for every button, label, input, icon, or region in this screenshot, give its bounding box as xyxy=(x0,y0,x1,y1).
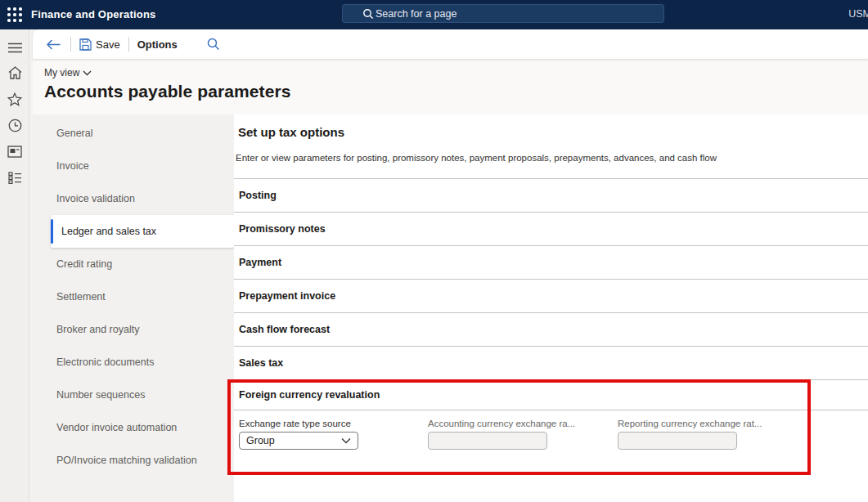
fasttab-prepayment-invoice[interactable]: Prepayment invoice xyxy=(234,279,868,312)
fasttab-payment[interactable]: Payment xyxy=(234,245,868,279)
main-panel: Set up tax options Enter or view paramet… xyxy=(234,114,868,502)
content-area: General Invoice Invoice validation Ledge… xyxy=(33,114,868,502)
options-button[interactable]: Options xyxy=(129,29,186,59)
global-search-placeholder: Search for a page xyxy=(376,8,456,20)
options-label: Options xyxy=(137,38,178,51)
search-icon xyxy=(207,38,220,51)
toc-item-vendor-invoice-automation[interactable]: Vendor invoice automation xyxy=(33,411,234,444)
field-label: Reporting currency exchange rat... xyxy=(618,419,762,428)
field-accounting-currency-exchange-rate: Accounting currency exchange ra... xyxy=(428,419,575,450)
search-icon xyxy=(362,8,374,20)
fasttab-sales-tax[interactable]: Sales tax xyxy=(234,346,868,379)
dropdown-value: Group xyxy=(246,435,275,446)
toc-item-general[interactable]: General xyxy=(33,117,234,150)
toc-nav: General Invoice Invoice validation Ledge… xyxy=(33,114,234,502)
field-label: Exchange rate type source xyxy=(239,419,358,428)
workspace-window-icon[interactable] xyxy=(0,141,29,162)
accounting-currency-exchange-rate-input xyxy=(428,432,547,450)
page-title: Accounts payable parameters xyxy=(44,82,868,101)
back-arrow-icon xyxy=(46,39,61,50)
chevron-down-icon xyxy=(341,437,351,444)
field-exchange-rate-type-source: Exchange rate type source Group xyxy=(239,419,358,450)
app-title: Finance and Operations xyxy=(31,8,156,20)
company-selector[interactable]: USM xyxy=(848,8,868,20)
global-search-input[interactable]: Search for a page xyxy=(342,4,664,23)
section-description: Enter or view parameters for posting, pr… xyxy=(236,153,717,163)
view-selector-label: My view xyxy=(44,67,79,78)
fasttab-foreign-currency-revaluation-header[interactable]: Foreign currency revaluation xyxy=(234,379,868,410)
app-launcher-waffle-icon[interactable] xyxy=(7,7,22,22)
toc-item-broker-and-royalty[interactable]: Broker and royalty xyxy=(33,313,234,346)
toc-item-number-sequences[interactable]: Number sequences xyxy=(33,379,234,411)
reporting-currency-exchange-rate-input xyxy=(618,432,737,450)
recent-clock-icon[interactable] xyxy=(0,114,29,136)
menu-icon[interactable] xyxy=(0,37,29,58)
toc-item-credit-rating[interactable]: Credit rating xyxy=(33,248,234,280)
section-heading: Set up tax options xyxy=(238,125,344,139)
back-button[interactable] xyxy=(33,29,70,59)
fasttab-cash-flow-forecast[interactable]: Cash flow forecast xyxy=(234,312,868,346)
toc-item-po-invoice-matching-validation[interactable]: PO/Invoice matching validation xyxy=(33,444,234,477)
foreign-currency-fields: Exchange rate type source Group Accounti… xyxy=(234,410,868,476)
page-shell: Save Options My view Accounts payable pa… xyxy=(29,29,868,502)
field-label: Accounting currency exchange ra... xyxy=(428,419,575,428)
page-header: My view Accounts payable parameters xyxy=(33,59,868,114)
modules-list-icon[interactable] xyxy=(0,167,29,188)
favorites-star-icon[interactable] xyxy=(0,88,29,110)
view-selector-dropdown[interactable]: My view xyxy=(44,67,92,78)
fasttab-list: Posting Promissory notes Payment Prepaym… xyxy=(234,178,868,379)
field-reporting-currency-exchange-rate: Reporting currency exchange rat... xyxy=(618,419,762,450)
toc-item-invoice[interactable]: Invoice xyxy=(33,150,234,182)
fasttab-foreign-currency-revaluation: Foreign currency revaluation Exchange ra… xyxy=(234,379,868,476)
left-icon-rail xyxy=(0,29,29,502)
toc-item-ledger-and-sales-tax[interactable]: Ledger and sales tax xyxy=(51,215,234,248)
toolbar-search-button[interactable] xyxy=(199,29,228,59)
toc-item-electronic-documents[interactable]: Electronic documents xyxy=(33,346,234,379)
fasttab-promissory-notes[interactable]: Promissory notes xyxy=(234,212,868,245)
fasttab-posting[interactable]: Posting xyxy=(234,178,868,212)
home-icon[interactable] xyxy=(0,62,29,83)
save-floppy-icon xyxy=(79,38,92,51)
action-pane-toolbar: Save Options xyxy=(33,29,868,59)
exchange-rate-type-source-dropdown[interactable]: Group xyxy=(239,432,358,450)
toc-item-settlement[interactable]: Settlement xyxy=(33,280,234,313)
top-navbar: Finance and Operations Search for a page… xyxy=(0,0,868,29)
chevron-down-icon xyxy=(83,70,92,76)
toc-item-invoice-validation[interactable]: Invoice validation xyxy=(33,182,234,215)
save-button[interactable]: Save xyxy=(71,29,128,59)
save-label: Save xyxy=(96,38,120,51)
